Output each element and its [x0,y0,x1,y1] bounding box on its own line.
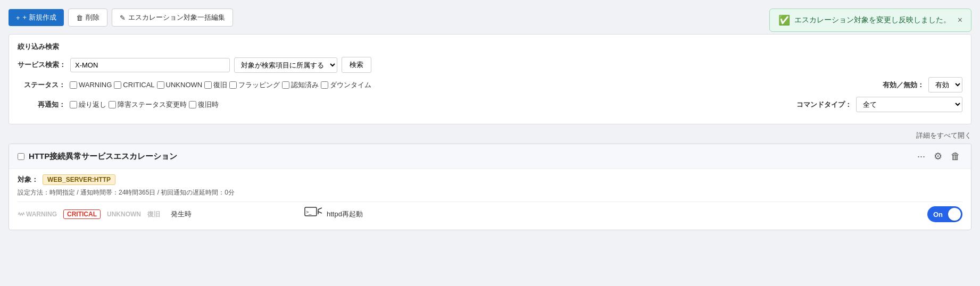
status-critical-label: CRITICAL [123,81,154,89]
search-section: 絞り込み検索 サービス検索： 対象が検索項目に所属する 検索 ステータス： WA… [9,34,971,124]
warning-wave-icon [18,211,25,218]
renotify-recovery-item[interactable]: 復旧時 [189,100,219,110]
card-info: 設定方法：時間指定 / 通知時間帯：24時間365日 / 初回通知の遅延時間：0… [18,188,962,197]
bulk-edit-button[interactable]: ✎ エスカレーション対象一括編集 [112,9,233,27]
status-recovery-item[interactable]: 復旧 [204,80,227,90]
card-checkbox[interactable] [18,153,24,160]
renotify-status-change-label: 障害ステータス変更時 [118,100,187,110]
status-warning-checkbox[interactable] [70,81,77,89]
target-label: 対象： [18,175,38,184]
command-icon-svg: >_ [304,207,322,218]
status-downtime-checkbox[interactable] [321,81,328,89]
card-target-row: 対象： WEB_SERVER:HTTP [18,174,962,185]
delete-button-label: 削除 [86,13,99,22]
search-title: 絞り込み検索 [18,42,962,52]
status-unknown-checkbox[interactable] [157,81,164,89]
service-search-label: サービス検索： [18,60,66,70]
valid-label: 有効／無効： [883,80,924,90]
status-unknown-label: UNKNOWN [166,81,203,89]
svg-text:>_: >_ [306,209,312,215]
status-label: ステータス： [18,80,65,90]
svg-line-3 [318,212,322,213]
command-type-label: コマンドタイプ： [796,100,852,110]
escalation-card: HTTP接続異常サービスエスカレーション ··· ⚙ 🗑 対象： WEB_SER… [9,144,971,230]
command-display: >_ httpd再起動 [304,207,363,222]
trash-icon: 🗑 [76,14,83,22]
target-badge: WEB_SERVER:HTTP [43,174,115,185]
new-button[interactable]: + + 新規作成 [9,9,64,26]
status-critical-display: CRITICAL [63,209,101,219]
command-type-select[interactable]: 全て [856,97,962,112]
renotify-status-change-item[interactable]: 障害ステータス変更時 [109,100,187,110]
service-search-input[interactable] [70,58,230,72]
card-more-button[interactable]: ··· [915,150,927,163]
status-acknowledged-checkbox[interactable] [282,81,289,89]
edit-icon: ✎ [120,14,126,22]
status-checkboxes: WARNING CRITICAL UNKNOWN 復旧 フラッピング [70,80,371,90]
terminal-icon: >_ [304,207,322,222]
banner-close-button[interactable]: × [958,15,962,25]
status-flapping-item[interactable]: フラッピング [229,80,280,90]
toggle-on-label: On [933,211,943,218]
status-acknowledged-item[interactable]: 認知済み [282,80,319,90]
status-downtime-item[interactable]: ダウンタイム [321,80,371,90]
valid-select[interactable]: 有効 無効 [928,77,962,92]
status-flapping-label: フラッピング [238,80,280,90]
renotify-status-change-checkbox[interactable] [109,101,116,108]
status-downtime-label: ダウンタイム [330,80,371,90]
renotify-repeat-label: 繰り返し [79,100,106,110]
toggle-thumb [948,208,961,221]
card-header: HTTP接続異常サービスエスカレーション ··· ⚙ 🗑 [9,144,971,169]
renotify-label: 再通知： [18,100,65,110]
renotify-recovery-label: 復旧時 [198,100,219,110]
card-body: 対象： WEB_SERVER:HTTP 設定方法：時間指定 / 通知時間帯：24… [9,169,971,230]
renotify-checkboxes: 繰り返し 障害ステータス変更時 復旧時 [70,100,219,110]
delete-button[interactable]: 🗑 削除 [68,9,107,27]
card-status-bar: WARNING CRITICAL UNKNOWN 復旧 発生時 >_ [18,201,962,224]
scope-select[interactable]: 対象が検索項目に所属する [234,57,337,73]
check-circle-icon: ✅ [778,14,790,26]
status-acknowledged-label: 認知済み [291,80,319,90]
status-recovery-display: 復旧 [147,210,160,219]
status-flapping-checkbox[interactable] [229,81,237,89]
svg-line-2 [318,208,322,209]
status-warning-display: WARNING [18,211,57,218]
renotify-repeat-item[interactable]: 繰り返し [70,100,106,110]
status-recovery-label: 復旧 [213,80,227,90]
status-warning-label: WARNING [79,81,112,89]
status-unknown-item[interactable]: UNKNOWN [157,81,203,89]
card-title: HTTP接続異常サービスエスカレーション [29,152,915,162]
status-warning-item[interactable]: WARNING [70,81,112,89]
status-unknown-display: UNKNOWN [107,211,141,218]
enable-toggle[interactable]: On [927,206,962,222]
card-actions: ··· ⚙ 🗑 [915,149,962,163]
trigger-label: 発生時 [171,209,192,219]
bulk-edit-label: エスカレーション対象一括編集 [128,13,225,22]
card-delete-button[interactable]: 🗑 [949,150,962,163]
success-banner: ✅ エスカレーション対象を変更し反映しました。 × [769,9,971,32]
command-name: httpd再起動 [327,209,363,219]
search-button[interactable]: 検索 [342,57,371,73]
status-critical-checkbox[interactable] [114,81,121,89]
expand-all-link[interactable]: 詳細をすべて開く [916,131,971,139]
new-button-label: + 新規作成 [23,13,56,22]
renotify-repeat-checkbox[interactable] [70,101,77,108]
success-message: エスカレーション対象を変更し反映しました。 [794,15,951,25]
status-recovery-checkbox[interactable] [204,81,212,89]
plus-icon: + [16,14,20,22]
toggle-container: On [927,206,962,222]
renotify-recovery-checkbox[interactable] [189,101,196,108]
card-settings-button[interactable]: ⚙ [932,149,944,163]
status-critical-item[interactable]: CRITICAL [114,81,154,89]
